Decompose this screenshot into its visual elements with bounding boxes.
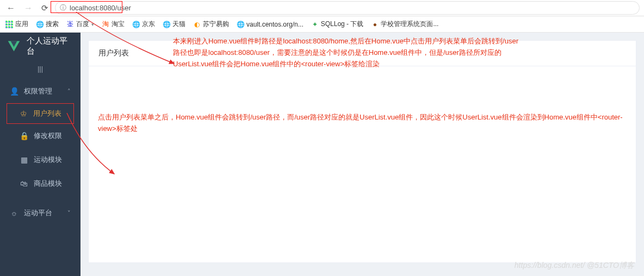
bookmark-centos[interactable]: 🌐vault.centos.org/n... <box>237 21 304 28</box>
bookmark-sqllog[interactable]: ✦SQLLog - 下载 <box>311 20 364 29</box>
sidebar-item-sport-module[interactable]: ▦ 运动模块 <box>0 148 81 172</box>
globe-icon: 🌐 <box>36 21 44 28</box>
sidebar-toggle[interactable]: ||| <box>0 60 81 77</box>
grid-icon: ▦ <box>20 155 28 164</box>
sidebar-item-label: 商品模块 <box>34 179 62 189</box>
taobao-icon: 淘 <box>102 21 109 28</box>
baidu-icon: 崟 <box>66 21 74 28</box>
bookmark-suning[interactable]: ◐苏宁易购 <box>193 20 229 29</box>
bookmark-school[interactable]: ●学校管理系统页面... <box>371 20 438 29</box>
bookmark-apps[interactable]: 应用 <box>5 20 28 29</box>
nav-forward-icon[interactable]: → <box>22 2 35 14</box>
browser-nav: ← → ⟳ ⓘ localhost:8080/user <box>0 0 644 16</box>
bag-icon: 🛍 <box>20 179 28 188</box>
nav-back-icon[interactable]: ← <box>4 2 17 14</box>
content-card: 用户列表 本来刚进入Home.vue组件时路径是localhost:8080/h… <box>88 40 636 263</box>
bookmark-label: 搜索 <box>46 20 59 29</box>
suning-icon: ◐ <box>193 21 201 28</box>
sidebar-menu: 👤 权限管理 ˄ ♔ 用户列表 🔒 修改权限 ▦ 运动模块 🛍 商品模块 ☼ <box>0 77 81 276</box>
menu-collapse-icon: ||| <box>38 65 43 73</box>
apps-grid-icon <box>5 21 13 28</box>
bookmark-baidu[interactable]: 崟百度▾ <box>66 20 94 29</box>
bookmark-label: 京东 <box>142 20 155 29</box>
bookmark-search[interactable]: 🌐搜索 <box>36 20 59 29</box>
bookmark-label: 学校管理系统页面... <box>381 20 438 29</box>
user-icon: 👤 <box>10 87 18 96</box>
vue-logo-icon <box>7 39 21 54</box>
bookmark-label: 天猫 <box>172 20 185 29</box>
sidebar-item-label: 权限管理 <box>24 86 52 96</box>
bookmark-label: 百度 <box>76 20 89 29</box>
sidebar-item-sport-platform[interactable]: ☼ 运动平台 ˅ <box>0 201 81 225</box>
sidebar-item-label: 用户列表 <box>33 109 61 118</box>
app-root: 个人运动平台 ||| 👤 权限管理 ˄ ♔ 用户列表 🔒 修改权限 ▦ 运动模块 <box>0 33 644 276</box>
user-outline-icon: ♔ <box>19 109 28 118</box>
bookmark-label: vault.centos.org/n... <box>246 21 304 28</box>
sidebar-header: 个人运动平台 <box>0 33 81 60</box>
url-text: localhost:8080/user <box>70 4 131 12</box>
school-icon: ● <box>371 21 379 28</box>
url-bar[interactable]: ⓘ localhost:8080/user <box>55 1 640 15</box>
bookmarks-bar: 应用 🌐搜索 崟百度▾ 淘淘宝 🌐京东 🌐天猫 ◐苏宁易购 🌐vault.cen… <box>0 16 644 33</box>
lock-icon: 🔒 <box>20 131 28 140</box>
sidebar-item-label: 运动平台 <box>24 208 52 218</box>
bookmark-jd[interactable]: 🌐京东 <box>132 20 155 29</box>
sidebar-item-userlist[interactable]: ♔ 用户列表 <box>7 103 74 124</box>
sidebar-item-permission[interactable]: 👤 权限管理 ˄ <box>0 79 81 103</box>
reload-icon[interactable]: ⟳ <box>39 2 51 14</box>
bookmark-label: 淘宝 <box>112 20 125 29</box>
centos-icon: 🌐 <box>237 21 244 28</box>
sun-icon: ☼ <box>10 209 18 217</box>
sidebar: 个人运动平台 ||| 👤 权限管理 ˄ ♔ 用户列表 🔒 修改权限 ▦ 运动模块 <box>0 33 81 276</box>
sidebar-item-product-module[interactable]: 🛍 商品模块 <box>0 172 81 196</box>
sidebar-item-label: 运动模块 <box>34 155 62 165</box>
annotation-text-2: 点击用户列表菜单之后，Home.vue组件会跳转到/user路径，而/user路… <box>98 112 631 135</box>
bookmark-label: 苏宁易购 <box>203 20 229 29</box>
annotation-text-1: 本来刚进入Home.vue组件时路径是localhost:8080/home,然… <box>173 36 521 70</box>
jd-icon: 🌐 <box>132 21 140 28</box>
sidebar-item-label: 修改权限 <box>34 131 62 141</box>
chevron-down-icon: ˅ <box>67 210 71 217</box>
chevron-up-icon: ˄ <box>67 88 71 95</box>
bookmark-label: 应用 <box>15 20 28 29</box>
tmall-icon: 🌐 <box>163 21 170 28</box>
sidebar-item-editperm[interactable]: 🔒 修改权限 <box>0 124 81 148</box>
bookmark-label: SQLLog - 下载 <box>321 20 364 29</box>
sqllog-icon: ✦ <box>311 21 319 28</box>
main-content: 用户列表 本来刚进入Home.vue组件时路径是localhost:8080/h… <box>81 33 644 276</box>
app-title: 个人运动平台 <box>27 36 74 57</box>
bookmark-tmall[interactable]: 🌐天猫 <box>163 20 185 29</box>
bookmark-taobao[interactable]: 淘淘宝 <box>102 20 125 29</box>
watermark: https://blog.csdn.net/ @51CTO博客 <box>515 261 634 271</box>
info-icon: ⓘ <box>60 3 66 12</box>
